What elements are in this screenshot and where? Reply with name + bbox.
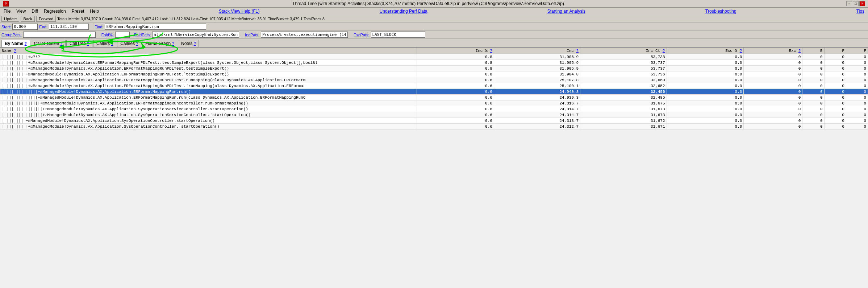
grouppats-input[interactable] — [23, 32, 96, 38]
cell-inc_pct: 0.6 — [417, 106, 494, 112]
foldpats-label[interactable]: FoldPats: — [134, 33, 151, 37]
tab-calltree[interactable]: CallTree ? — [66, 40, 92, 47]
start-label[interactable]: Start: — [1, 25, 11, 29]
cell-exc: 0 — [744, 95, 802, 100]
fold-input[interactable] — [115, 32, 130, 38]
cell-exc_pct: 0.0 — [667, 66, 744, 71]
table-row[interactable]: | ||| ||| |+☑ManagedModule!Dynamics.AX.A… — [0, 124, 868, 129]
cell-exc_pct: 0.0 — [667, 71, 744, 77]
table-row[interactable]: | ||| ||| |+☑ManagedModule!Dynamics.AX.A… — [0, 77, 868, 83]
menu-regression[interactable]: Regression — [41, 8, 69, 15]
forward-button[interactable]: Forward — [36, 16, 56, 22]
fold-label[interactable]: Fold%: — [101, 33, 114, 37]
cell-inc_ct: 32,652 — [580, 83, 667, 89]
link-tips[interactable]: Tips — [854, 8, 867, 15]
cell-inc_ct: 53,737 — [580, 60, 667, 66]
cell-f2: 0 — [846, 83, 868, 89]
filter-row1: Start: End: Find: — [0, 23, 868, 31]
back-button[interactable]: Back — [21, 16, 34, 22]
col-inc-ct[interactable]: Inc Ct ? — [580, 48, 667, 54]
cell-e: 0 — [802, 95, 824, 100]
cell-name: | ||| ||| +☑ManagedModule!Dynamics.AX.Ap… — [0, 118, 417, 124]
menu-bar: File View Diff Regression Preset Help St… — [0, 8, 868, 15]
cell-exc: 0 — [744, 71, 802, 77]
col-exc[interactable]: Exc ? — [744, 48, 802, 54]
table-row[interactable]: | ||| ||| |+☑ManagedModule!Dynamics.AX.A… — [0, 66, 868, 71]
menu-file[interactable]: File — [1, 8, 13, 15]
tab-flame-graph-help[interactable]: ? — [172, 42, 174, 46]
col-inc[interactable]: Inc ? — [494, 48, 580, 54]
table-row[interactable]: | ||| ||| |+☑?!?0.831,906.953,7380.00000 — [0, 54, 868, 60]
cell-exc: 0 — [744, 124, 802, 129]
cell-e: 0 — [802, 83, 824, 89]
cell-inc_ct: 53,736 — [580, 71, 667, 77]
tab-caller-callee[interactable]: Caller-Callee ? — [31, 40, 66, 47]
link-troubleshooting[interactable]: Troubleshooting — [702, 8, 739, 15]
menu-preset[interactable]: Preset — [69, 8, 87, 15]
foldpats-input[interactable] — [152, 32, 239, 38]
table-row[interactable]: | ||| ||| |+☑ManagedModule!dynamicClass.… — [0, 60, 868, 66]
minimize-button[interactable]: − — [846, 1, 852, 6]
cell-f: 0 — [824, 112, 846, 118]
table-row[interactable]: | ||| ||| ||||||+☑ManagedModule!Dynamics… — [0, 100, 868, 106]
excpats-input[interactable] — [371, 32, 425, 38]
find-label[interactable]: Find: — [95, 25, 103, 29]
menu-help[interactable]: Help — [87, 8, 102, 15]
close-button[interactable]: ✕ — [859, 1, 865, 6]
incpats-input[interactable] — [261, 32, 348, 38]
col-exc-pct[interactable]: Exc % ? — [667, 48, 744, 54]
menu-view[interactable]: View — [13, 8, 29, 15]
cell-inc_ct: 31,672 — [580, 118, 667, 124]
end-label[interactable]: End: — [39, 25, 47, 29]
cell-name: | ||| ||| |+☑ManagedModule!Dynamics.AX.A… — [0, 83, 417, 89]
start-input[interactable] — [12, 24, 38, 30]
cell-name: | ||| ||| |+☑ManagedModule!Dynamics.AX.A… — [0, 66, 417, 71]
table-row[interactable]: | ||| ||| |||||+☑ManagedModule!Dynamics.… — [0, 95, 868, 100]
col-f[interactable]: F — [824, 48, 846, 54]
table-body: | ||| ||| |+☑?!?0.831,906.953,7380.00000… — [0, 54, 868, 129]
table-row[interactable]: | ||| ||| |||||||+☑ManagedModule!Dynamic… — [0, 112, 868, 118]
cell-inc_pct: 0.8 — [417, 66, 494, 71]
tab-callees[interactable]: Callees ? — [117, 40, 141, 47]
excpats-label[interactable]: ExcPats: — [354, 33, 369, 37]
cell-inc_pct: 0.6 — [417, 112, 494, 118]
cell-f2: 0 — [846, 60, 868, 66]
link-stack-view-help[interactable]: Stack View Help (F1) — [216, 8, 262, 15]
table-row[interactable]: | ||| ||| |||||+☑ManagedModule!Dynamics.… — [0, 89, 868, 95]
table-row[interactable]: | ||| ||| +☑ManagedModule!Dynamics.AX.Ap… — [0, 118, 868, 124]
col-inc-pct[interactable]: Inc % ? — [417, 48, 494, 54]
find-input[interactable] — [105, 24, 206, 30]
link-starting-analysis[interactable]: Starting an Analysis — [544, 8, 588, 15]
cell-inc_ct: 53,737 — [580, 66, 667, 71]
tab-callees-help[interactable]: ? — [136, 42, 138, 46]
cell-exc: 0 — [744, 66, 802, 71]
tab-caller-callee-help[interactable]: ? — [60, 42, 63, 46]
grouppats-label[interactable]: GroupPats: — [1, 33, 22, 37]
col-name[interactable]: Name ? — [0, 48, 417, 54]
tab-notes-help[interactable]: ? — [194, 42, 196, 46]
table-row[interactable]: | ||| ||| +☑ManagedModule!Dynamics.AX.Ap… — [0, 71, 868, 77]
tab-by-name[interactable]: By Name ? — [1, 40, 30, 47]
col-e[interactable]: E — [802, 48, 824, 54]
table-row[interactable]: | ||| ||| |+☑ManagedModule!Dynamics.AX.A… — [0, 83, 868, 89]
cell-exc_pct: 0.0 — [667, 95, 744, 100]
cell-exc: 0 — [744, 83, 802, 89]
incpats-label[interactable]: IncPats: — [245, 33, 259, 37]
col-f2[interactable]: F — [846, 48, 868, 54]
tab-callers[interactable]: Callers ? — [93, 40, 116, 47]
tab-callers-help[interactable]: ? — [111, 42, 113, 46]
tab-flame-graph[interactable]: Flame Graph ? — [142, 40, 177, 47]
maximize-button[interactable]: □ — [853, 1, 859, 6]
cell-inc: 24,316.7 — [494, 100, 580, 106]
table-row[interactable]: | ||| ||| |||||||+☑ManagedModule!Dynamic… — [0, 106, 868, 112]
end-input[interactable] — [49, 24, 89, 30]
title-bar: P Thread Time (with StartStop Activities… — [0, 0, 868, 8]
tab-notes[interactable]: Notes ? — [178, 40, 199, 47]
cell-inc_ct: 31,673 — [580, 106, 667, 112]
update-button[interactable]: Update — [1, 16, 19, 22]
tab-calltree-help[interactable]: ? — [87, 42, 89, 46]
tab-by-name-help[interactable]: ? — [25, 42, 27, 46]
link-understanding-perf[interactable]: Understanding Perf Data — [377, 8, 430, 15]
cell-f: 0 — [824, 100, 846, 106]
menu-diff[interactable]: Diff — [29, 8, 41, 15]
